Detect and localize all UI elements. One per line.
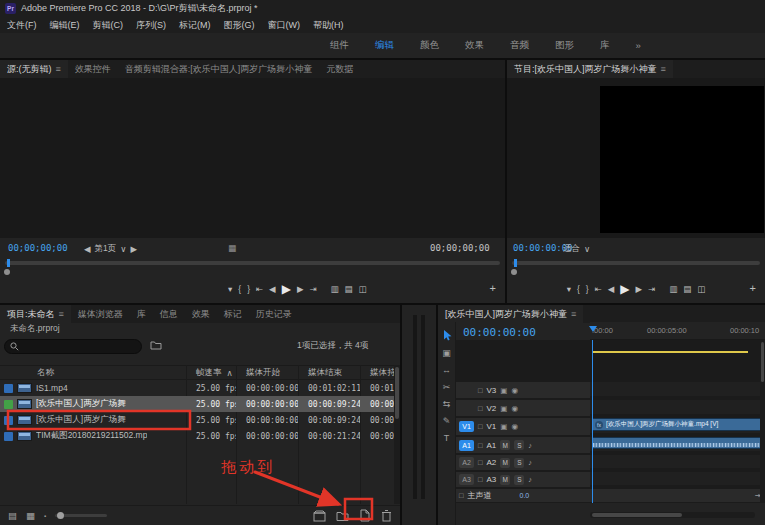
track-name[interactable]: V1 (487, 422, 497, 431)
new-bin-folder-icon[interactable] (336, 510, 349, 522)
source-patch-a1[interactable]: A1 (459, 440, 474, 451)
track-name[interactable]: V2 (487, 404, 497, 413)
workspace-tab-assembly[interactable]: 组件 (330, 39, 349, 52)
playhead-caret[interactable] (589, 326, 597, 332)
master-volume-value[interactable]: 0.0 (520, 492, 530, 499)
source-playhead[interactable] (7, 259, 10, 267)
razor-tool[interactable]: ✂ (443, 383, 451, 392)
ripple-edit-tool[interactable]: ↔ (442, 366, 451, 375)
source-settings-icon[interactable]: ▦ (228, 243, 236, 253)
track-select-tool[interactable]: ▣ (442, 349, 451, 358)
project-row-tim-screenshot[interactable]: TIM截图20180219211502.mp 25.00 fps 00:00:0… (0, 428, 394, 444)
track-content-v3[interactable] (590, 382, 765, 398)
project-row-source-clip[interactable]: [欢乐中国人]两岁广场舞 25.00 fps 00:00:00:00 00:00… (0, 412, 394, 428)
voiceover-mic-icon[interactable]: ♪ (528, 441, 532, 450)
program-playhead[interactable] (514, 259, 517, 267)
selection-tool[interactable] (442, 329, 452, 341)
program-zoom-handle[interactable] (511, 269, 517, 275)
add-marker-button[interactable]: ▾ (228, 285, 232, 294)
go-to-out-button[interactable]: ⇥ (309, 285, 316, 294)
track-lock-icon[interactable]: □ (478, 404, 483, 413)
search-box[interactable] (4, 339, 142, 354)
track-name[interactable]: A1 (487, 441, 497, 450)
thumbnail-zoom-slider[interactable] (55, 514, 107, 517)
menu-sequence[interactable]: 序列(S) (136, 19, 166, 32)
tab-timeline-sequence[interactable]: [欢乐中国人]两岁广场舞小神童 ≡ (438, 305, 583, 323)
workspace-tab-color[interactable]: 颜色 (420, 39, 439, 52)
track-name[interactable]: A2 (487, 458, 497, 467)
timeline-current-timecode[interactable]: 00:00:00:00 (463, 326, 536, 339)
track-visibility-eye-icon[interactable]: ◉ (511, 422, 518, 431)
sync-lock-icon[interactable]: ▣ (500, 404, 507, 413)
track-name[interactable]: V3 (487, 386, 497, 395)
source-patch-v1[interactable]: V1 (459, 421, 474, 432)
menu-file[interactable]: 文件(F) (7, 19, 37, 32)
column-header-media-start[interactable]: 媒体开始 (236, 367, 298, 379)
menu-edit[interactable]: 编辑(E) (50, 19, 80, 32)
project-row-sequence-selected[interactable]: [欢乐中国人]两岁广场舞 25.00 fps 00:00:00:00 00:00… (0, 396, 394, 412)
sync-lock-icon[interactable]: ▣ (500, 386, 507, 395)
solo-button[interactable]: S (514, 475, 524, 485)
chevron-down-icon[interactable]: ∨ (120, 244, 126, 254)
delete-trash-icon[interactable] (381, 509, 392, 522)
track-lock-icon[interactable]: □ (478, 422, 483, 431)
workspace-tab-graphics[interactable]: 图形 (555, 39, 574, 52)
tab-libraries[interactable]: 库 (130, 305, 153, 323)
step-back-button[interactable]: ◀ (608, 285, 615, 294)
tab-metadata[interactable]: 元数据 (319, 60, 360, 78)
track-visibility-eye-icon[interactable]: ◉ (511, 404, 518, 413)
tab-program-monitor[interactable]: 节目:[欢乐中国人]两岁广场舞小神童 ≡ (507, 60, 673, 78)
list-view-button[interactable]: ▤ (8, 510, 17, 521)
track-lock-icon[interactable]: □ (478, 475, 483, 484)
play-button[interactable]: ▶ (282, 283, 291, 295)
export-frame-button[interactable]: ◫ (359, 285, 367, 294)
source-page-selector[interactable]: ◀ 第1页 ∨ ▶ (84, 243, 137, 255)
program-scrubber[interactable] (512, 261, 760, 265)
timeline-horizontal-scrollbar[interactable] (590, 512, 755, 518)
voiceover-mic-icon[interactable]: ♪ (528, 458, 532, 467)
mark-in-button[interactable]: { (577, 285, 580, 294)
project-vertical-scrollbar[interactable] (394, 365, 400, 504)
program-fit-select[interactable]: 适合 ∨ (563, 243, 590, 255)
add-marker-button[interactable]: ▾ (567, 285, 571, 294)
label-color-chip[interactable] (4, 432, 13, 441)
mute-button[interactable]: M (500, 440, 510, 450)
tab-markers[interactable]: 标记 (217, 305, 249, 323)
prev-page-icon[interactable]: ◀ (84, 244, 91, 254)
tab-audio-clip-mixer[interactable]: 音频剪辑混合器:[欢乐中国人]两岁广场舞小神童 (118, 60, 320, 78)
timeline-playhead-line[interactable] (592, 340, 593, 503)
go-to-in-button[interactable]: ⇤ (595, 285, 602, 294)
insert-button[interactable]: ▥ (331, 285, 339, 294)
video-clip-v1[interactable]: fx [欢乐中国人]两岁广场舞小神童.mp4 [V] (592, 418, 765, 431)
source-current-timecode[interactable]: 00;00;00;00 (8, 243, 68, 253)
mark-in-button[interactable]: { (238, 285, 241, 294)
lift-button[interactable]: ▥ (669, 285, 677, 294)
new-item-button[interactable] (359, 509, 371, 522)
mark-out-button[interactable]: } (586, 285, 589, 294)
track-content-a2[interactable] (590, 455, 765, 470)
column-header-media-end[interactable]: 媒体结束 (298, 367, 360, 379)
button-editor-plus[interactable]: + (750, 282, 756, 294)
solo-button[interactable]: S (514, 440, 524, 450)
automate-to-sequence-icon[interactable] (313, 510, 326, 522)
mute-button[interactable]: M (500, 458, 510, 468)
column-header-framerate[interactable]: 帧速率∧ (186, 367, 236, 379)
workspace-tab-audio[interactable]: 音频 (510, 39, 529, 52)
tab-info[interactable]: 信息 (153, 305, 185, 323)
search-input[interactable] (23, 342, 127, 352)
track-lock-icon[interactable]: □ (459, 491, 464, 500)
go-to-out-button[interactable]: ⇥ (648, 285, 655, 294)
source-scrubber[interactable] (5, 261, 500, 265)
panel-menu-icon[interactable]: ≡ (661, 64, 666, 74)
source-patch-a3[interactable]: A3 (459, 474, 474, 485)
column-header-name[interactable]: 名称 (0, 367, 186, 379)
mark-out-button[interactable]: } (247, 285, 250, 294)
extract-button[interactable]: ▤ (683, 285, 691, 294)
menu-help[interactable]: 帮助(H) (313, 19, 344, 32)
menu-graphics[interactable]: 图形(G) (224, 19, 255, 32)
panel-menu-icon[interactable]: ≡ (56, 64, 61, 74)
label-color-chip[interactable] (4, 384, 13, 393)
export-frame-button[interactable]: ◫ (697, 285, 705, 294)
tab-effects[interactable]: 效果 (185, 305, 217, 323)
voiceover-mic-icon[interactable]: ♪ (528, 475, 532, 484)
